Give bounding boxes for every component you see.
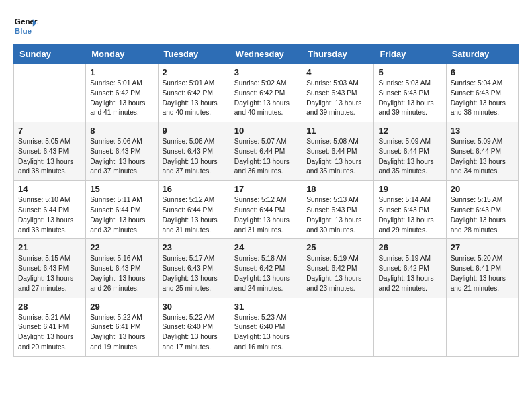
day-info-line: Sunset: 6:43 PM [306,89,357,97]
day-info-line: Sunrise: 5:07 AM [234,138,287,145]
day-info-line: Sunrise: 5:09 AM [378,138,431,145]
day-info-line: Daylight: 13 hours [378,158,433,165]
day-info-line: Daylight: 13 hours [234,275,290,282]
day-cell: 30Sunrise: 5:22 AMSunset: 6:40 PMDayligh… [158,298,230,356]
day-number: 10 [234,126,298,136]
day-info-line: and 21 minutes. [451,285,500,292]
day-info-line: Daylight: 13 hours [378,275,433,282]
day-info-line: Sunrise: 5:18 AM [234,255,287,262]
day-info-line: Daylight: 13 hours [90,333,145,340]
day-cell: 9Sunrise: 5:06 AMSunset: 6:43 PMDaylight… [158,122,230,181]
day-info-line: and 30 minutes. [306,226,355,234]
day-info-line: Daylight: 13 hours [90,158,145,165]
day-info-line: Sunrise: 5:10 AM [18,196,71,203]
day-info-line: and 17 minutes. [163,343,212,351]
day-cell: 3Sunrise: 5:02 AMSunset: 6:42 PMDaylight… [230,64,302,122]
day-info: Sunrise: 5:03 AMSunset: 6:43 PMDaylight:… [306,79,369,118]
day-info: Sunrise: 5:23 AMSunset: 6:40 PMDaylight:… [234,313,298,353]
day-cell: 8Sunrise: 5:06 AMSunset: 6:43 PMDaylight… [86,122,158,181]
day-number: 15 [90,184,153,194]
day-info-line: Sunset: 6:41 PM [18,323,69,330]
day-info-line: Sunrise: 5:02 AM [234,79,287,87]
day-info-line: and 23 minutes. [306,285,355,292]
day-info-line: Sunrise: 5:22 AM [90,314,142,321]
day-info-line: and 36 minutes. [234,167,283,175]
day-info-line: Sunset: 6:40 PM [234,323,285,330]
day-cell: 28Sunrise: 5:21 AMSunset: 6:41 PMDayligh… [14,298,86,356]
day-number: 13 [451,126,514,136]
day-info-line: Sunrise: 5:12 AM [163,196,215,203]
day-info: Sunrise: 5:03 AMSunset: 6:43 PMDaylight:… [378,79,441,118]
day-info: Sunrise: 5:21 AMSunset: 6:41 PMDaylight:… [18,313,81,353]
day-info-line: Daylight: 13 hours [163,275,218,282]
day-info-line: Daylight: 13 hours [306,216,361,224]
day-number: 18 [306,184,369,194]
day-info: Sunrise: 5:08 AMSunset: 6:44 PMDaylight:… [306,137,369,177]
day-info: Sunrise: 5:04 AMSunset: 6:43 PMDaylight:… [451,79,514,118]
day-info-line: Sunset: 6:43 PM [451,206,501,214]
day-info-line: and 27 minutes. [18,285,67,292]
day-info: Sunrise: 5:22 AMSunset: 6:41 PMDaylight:… [90,313,153,353]
day-number: 7 [18,126,81,136]
day-info: Sunrise: 5:11 AMSunset: 6:44 PMDaylight:… [90,195,153,235]
day-info-line: Sunset: 6:42 PM [378,265,429,272]
day-number: 22 [90,242,153,253]
day-info-line: Sunset: 6:41 PM [90,323,140,330]
day-cell: 18Sunrise: 5:13 AMSunset: 6:43 PMDayligh… [302,181,374,239]
day-info-line: and 25 minutes. [163,285,212,292]
day-info-line: Daylight: 13 hours [90,99,145,107]
day-info-line: Sunset: 6:42 PM [234,265,285,272]
day-info: Sunrise: 5:06 AMSunset: 6:43 PMDaylight:… [90,137,153,177]
day-number: 17 [234,184,298,194]
calendar-table: SundayMondayTuesdayWednesdayThursdayFrid… [13,44,519,357]
day-info-line: Sunset: 6:43 PM [306,206,357,214]
day-info-line: Sunset: 6:41 PM [451,265,501,272]
day-info-line: and 40 minutes. [163,109,212,116]
day-cell: 29Sunrise: 5:22 AMSunset: 6:41 PMDayligh… [86,298,158,356]
weekday-header-wednesday: Wednesday [230,45,302,64]
day-info: Sunrise: 5:12 AMSunset: 6:44 PMDaylight:… [234,195,298,235]
day-info-line: Daylight: 13 hours [306,275,361,282]
day-info-line: Sunset: 6:43 PM [378,89,429,97]
day-info-line: and 16 minutes. [234,343,283,351]
day-cell: 15Sunrise: 5:11 AMSunset: 6:44 PMDayligh… [86,181,158,239]
day-info-line: Sunset: 6:43 PM [18,148,69,155]
day-info: Sunrise: 5:20 AMSunset: 6:41 PMDaylight:… [451,254,514,293]
day-info-line: and 29 minutes. [378,226,427,234]
day-info-line: Sunset: 6:42 PM [306,265,357,272]
day-info-line: Daylight: 13 hours [18,333,73,340]
day-number: 25 [306,242,369,253]
day-cell: 20Sunrise: 5:15 AMSunset: 6:43 PMDayligh… [446,181,518,239]
day-info: Sunrise: 5:09 AMSunset: 6:44 PMDaylight:… [451,137,514,177]
day-number: 24 [234,242,298,253]
day-cell: 14Sunrise: 5:10 AMSunset: 6:44 PMDayligh… [14,181,86,239]
day-info: Sunrise: 5:07 AMSunset: 6:44 PMDaylight:… [234,137,298,177]
day-info-line: and 35 minutes. [306,167,355,175]
day-info-line: Sunset: 6:43 PM [163,148,213,155]
day-info: Sunrise: 5:15 AMSunset: 6:43 PMDaylight:… [18,254,81,293]
day-info-line: Sunrise: 5:22 AM [163,314,215,321]
week-row-2: 7Sunrise: 5:05 AMSunset: 6:43 PMDaylight… [14,122,519,181]
day-info-line: Sunrise: 5:01 AM [90,79,142,87]
day-info-line: and 19 minutes. [90,343,139,351]
weekday-header-tuesday: Tuesday [158,45,230,64]
day-info-line: Sunset: 6:43 PM [163,265,213,272]
day-info-line: Daylight: 13 hours [451,275,506,282]
day-number: 16 [163,184,226,194]
day-cell: 12Sunrise: 5:09 AMSunset: 6:44 PMDayligh… [374,122,446,181]
logo: General Blue [13,13,38,38]
day-info-line: Sunset: 6:44 PM [306,148,357,155]
day-number: 26 [378,242,441,253]
day-info-line: and 22 minutes. [378,285,427,292]
day-info-line: and 34 minutes. [451,167,500,175]
day-number: 11 [306,126,369,136]
logo-icon: General Blue [13,13,38,38]
day-cell: 26Sunrise: 5:19 AMSunset: 6:42 PMDayligh… [374,239,446,298]
day-info-line: Sunrise: 5:12 AM [234,196,287,203]
day-cell: 5Sunrise: 5:03 AMSunset: 6:43 PMDaylight… [374,64,446,122]
day-info: Sunrise: 5:10 AMSunset: 6:44 PMDaylight:… [18,195,81,235]
day-cell: 27Sunrise: 5:20 AMSunset: 6:41 PMDayligh… [446,239,518,298]
day-info-line: Sunrise: 5:14 AM [378,196,431,203]
day-info-line: Sunrise: 5:03 AM [378,79,431,87]
day-info-line: Daylight: 13 hours [90,275,145,282]
